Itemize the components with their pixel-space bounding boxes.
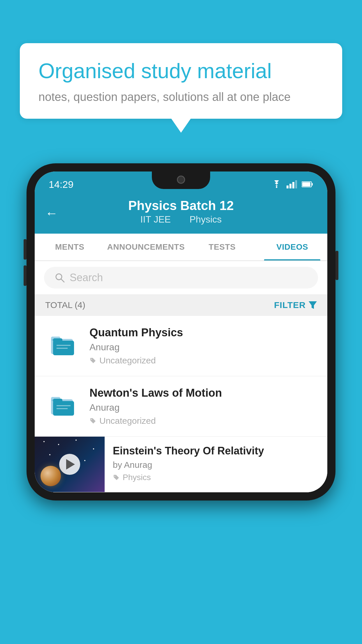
tab-tests[interactable]: TESTS bbox=[187, 234, 257, 260]
svg-rect-6 bbox=[312, 183, 313, 186]
folder-icon bbox=[50, 331, 76, 357]
newton-info: Newton's Laws of Motion Anurag Uncategor… bbox=[89, 387, 317, 426]
power-button bbox=[335, 251, 338, 280]
battery-icon bbox=[302, 181, 313, 188]
app-title: Physics Batch 12 bbox=[46, 198, 316, 213]
video-item-newton[interactable]: Newton's Laws of Motion Anurag Uncategor… bbox=[35, 376, 327, 437]
svg-line-9 bbox=[61, 279, 64, 282]
search-container: Search bbox=[35, 261, 327, 294]
newton-tag: Uncategorized bbox=[89, 416, 317, 426]
play-triangle bbox=[66, 459, 75, 470]
tag-icon bbox=[89, 357, 96, 364]
einstein-author: by Anurag bbox=[113, 460, 319, 470]
quantum-title: Quantum Physics bbox=[89, 326, 317, 339]
svg-point-0 bbox=[276, 187, 277, 188]
einstein-info: Einstein's Theory Of Relativity by Anura… bbox=[105, 437, 327, 490]
phone-outer: 14:29 bbox=[27, 163, 335, 501]
signal-icon bbox=[287, 180, 297, 188]
total-count: TOTAL (4) bbox=[45, 300, 85, 310]
quantum-author: Anurag bbox=[89, 342, 317, 353]
tab-videos[interactable]: VIDEOS bbox=[257, 234, 327, 260]
quantum-tag: Uncategorized bbox=[89, 356, 317, 365]
camera bbox=[177, 176, 185, 184]
video-list: Quantum Physics Anurag Uncategorized bbox=[35, 316, 327, 492]
filter-funnel-icon bbox=[309, 301, 317, 309]
phone-wrapper: 14:29 bbox=[27, 163, 335, 501]
speech-bubble: Organised study material notes, question… bbox=[20, 43, 342, 119]
tabs-bar: MENTS ANNOUNCEMENTS TESTS VIDEOS bbox=[35, 234, 327, 261]
status-icons bbox=[271, 180, 313, 188]
status-time: 14:29 bbox=[49, 179, 73, 190]
star-5 bbox=[49, 454, 50, 455]
subtitle-iit: IIT JEE bbox=[140, 214, 171, 225]
newton-folder-thumb bbox=[45, 387, 80, 422]
search-input-wrap[interactable]: Search bbox=[44, 267, 318, 288]
speech-bubble-section: Organised study material notes, question… bbox=[20, 43, 342, 119]
svg-rect-2 bbox=[289, 184, 291, 188]
speech-bubble-subtext: notes, question papers, solutions all at… bbox=[38, 90, 324, 104]
star-2 bbox=[58, 444, 59, 445]
svg-rect-20 bbox=[53, 399, 62, 403]
tag-icon-2 bbox=[89, 417, 96, 424]
app-subtitle: IIT JEE Physics bbox=[46, 214, 316, 225]
planet-graphic bbox=[41, 466, 61, 486]
quantum-folder-thumb bbox=[45, 326, 80, 361]
app-header: ← Physics Batch 12 IIT JEE Physics bbox=[35, 192, 327, 234]
wifi-icon bbox=[271, 180, 282, 188]
svg-rect-1 bbox=[287, 186, 289, 188]
folder-icon-2 bbox=[50, 391, 76, 417]
einstein-thumbnail bbox=[35, 437, 105, 492]
einstein-title: Einstein's Theory Of Relativity bbox=[113, 445, 319, 457]
quantum-info: Quantum Physics Anurag Uncategorized bbox=[89, 326, 317, 365]
svg-rect-3 bbox=[292, 182, 294, 188]
tag-icon-3 bbox=[113, 474, 120, 481]
video-item-einstein[interactable]: Einstein's Theory Of Relativity by Anura… bbox=[35, 437, 327, 492]
search-icon bbox=[55, 272, 65, 283]
volume-up-button bbox=[24, 239, 27, 260]
newton-author: Anurag bbox=[89, 402, 317, 413]
filter-bar: TOTAL (4) FILTER bbox=[35, 294, 327, 316]
speech-bubble-heading: Organised study material bbox=[38, 58, 324, 83]
play-button[interactable] bbox=[59, 454, 80, 475]
svg-rect-14 bbox=[53, 338, 62, 342]
star-1 bbox=[43, 441, 45, 442]
star-3 bbox=[75, 440, 77, 441]
phone-notch bbox=[152, 172, 210, 189]
back-button[interactable]: ← bbox=[45, 206, 58, 220]
svg-rect-7 bbox=[302, 182, 310, 186]
star-6 bbox=[84, 460, 85, 461]
tab-announcements[interactable]: ANNOUNCEMENTS bbox=[105, 234, 187, 260]
tab-ments[interactable]: MENTS bbox=[35, 234, 105, 260]
phone-screen: 14:29 bbox=[35, 172, 327, 492]
svg-rect-4 bbox=[295, 180, 297, 188]
newton-title: Newton's Laws of Motion bbox=[89, 387, 317, 399]
subtitle-physics: Physics bbox=[189, 214, 222, 225]
filter-button[interactable]: FILTER bbox=[274, 300, 317, 310]
star-4 bbox=[93, 448, 94, 449]
volume-down-button bbox=[24, 265, 27, 286]
svg-marker-10 bbox=[309, 301, 317, 309]
einstein-tag: Physics bbox=[113, 473, 319, 482]
video-item-quantum[interactable]: Quantum Physics Anurag Uncategorized bbox=[35, 316, 327, 376]
search-placeholder: Search bbox=[70, 272, 103, 284]
